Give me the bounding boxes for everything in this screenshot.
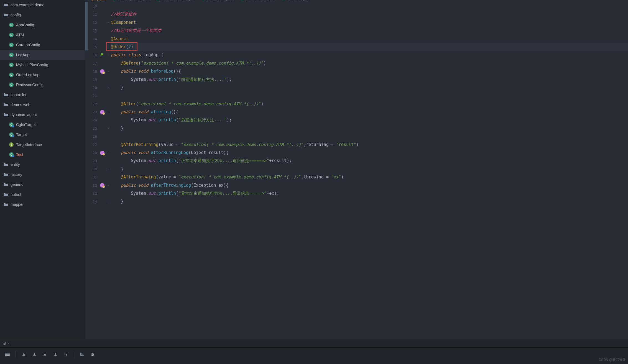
tool-window-tabs[interactable]: st×	[0, 339, 628, 347]
class-icon: C	[9, 32, 14, 37]
aop-gutter-icon[interactable]	[99, 181, 106, 189]
class-icon: C	[9, 122, 14, 127]
tree-item-hutool[interactable]: hutool	[0, 189, 85, 199]
tree-item-label: OrderLogAop	[16, 73, 39, 77]
code-line-33[interactable]: System.out.println("异常结束通知执行方法....异常信息==…	[111, 189, 628, 198]
tree-item-factory[interactable]: factory	[0, 170, 85, 180]
aop-gutter-icon[interactable]	[99, 149, 106, 157]
tree-root-label: com.example.demo	[11, 3, 44, 7]
download-icon[interactable]	[42, 352, 47, 357]
code-line-10[interactable]	[111, 2, 628, 10]
tree-item-mybatisplusconfig[interactable]: CMybatisPlusConfig	[0, 60, 85, 70]
fold-toggle[interactable]: −	[106, 198, 111, 206]
indent-left-icon[interactable]	[21, 352, 26, 357]
code-line-28[interactable]: public void afterRunningLog(Object resul…	[111, 149, 628, 157]
tree-item-label: controller	[11, 93, 27, 97]
code-line-11[interactable]: //标记是组件	[111, 10, 628, 18]
fold-toggle[interactable]: −	[106, 51, 111, 59]
tree-item-test[interactable]: CTest	[0, 150, 85, 160]
code-line-26[interactable]	[111, 132, 628, 140]
tree-item-entity[interactable]: entity	[0, 160, 85, 170]
code-line-29[interactable]: System.out.println("正常结束通知执行方法....返回值是==…	[111, 157, 628, 165]
menu-icon[interactable]	[5, 352, 10, 357]
class-icon: C	[9, 132, 14, 137]
svg-rect-3	[81, 353, 84, 356]
code-line-13[interactable]: //标记当前类是一个切面类	[111, 27, 628, 35]
tree-item-demos-web[interactable]: demos.web	[0, 100, 85, 110]
tree-item-redissonconfig[interactable]: CRedissonConfig	[0, 80, 85, 90]
code-line-16[interactable]: public class LogAop {	[111, 51, 628, 59]
svg-point-5	[93, 354, 94, 355]
code-line-22[interactable]: @After("execution( * com.example.demo.co…	[111, 100, 628, 108]
aop-gutter-icon[interactable]	[99, 108, 106, 116]
fold-toggle[interactable]: −	[106, 165, 111, 173]
code-line-18[interactable]: public void beforeLog(){	[111, 67, 628, 75]
folder-icon	[3, 162, 8, 167]
code-line-19[interactable]: System.out.println("前置通知执行方法....");	[111, 76, 628, 84]
code-line-23[interactable]: public void afterLog(){	[111, 108, 628, 116]
code-line-17[interactable]: @Before("execution( * com.example.demo.c…	[111, 59, 628, 67]
code-line-12[interactable]: @Component	[111, 19, 628, 27]
project-tree[interactable]: com.example.demo configCAppConfigCATMCCu…	[0, 0, 85, 339]
class-icon: C	[9, 42, 14, 47]
code-line-34[interactable]: }	[111, 198, 628, 206]
spring-bean-icon[interactable]	[99, 51, 106, 59]
tree-item-config[interactable]: config	[0, 10, 85, 20]
tree-item-generic[interactable]: generic	[0, 180, 85, 189]
tool-tab-st[interactable]: st×	[1, 340, 12, 347]
download-icon[interactable]	[32, 352, 37, 357]
code-line-27[interactable]: @AfterReturning(value = "execution( * co…	[111, 141, 628, 149]
tree-item-label: CuratorConfig	[16, 43, 40, 47]
tree-root[interactable]: com.example.demo	[0, 0, 85, 10]
tree-item-target[interactable]: CTarget	[0, 130, 85, 140]
tree-item-mapper[interactable]: mapper	[0, 199, 85, 209]
code-line-14[interactable]: @Aspect	[111, 35, 628, 43]
tree-item-label: factory	[11, 172, 22, 177]
tree-item-label: entity	[11, 162, 20, 167]
arrow-down-right-icon[interactable]	[63, 352, 68, 357]
class-icon: C	[9, 62, 14, 67]
tree-item-label: demos.web	[11, 102, 30, 107]
folder-icon	[3, 172, 8, 177]
tree-item-cglibtarget[interactable]: CCglibTarget	[0, 120, 85, 130]
tree-item-appconfig[interactable]: CAppConfig	[0, 20, 85, 30]
code-area[interactable]: //标记是组件@Component//标记当前类是一个切面类@Aspect@Or…	[111, 2, 628, 339]
fold-toggle[interactable]: −	[106, 124, 111, 132]
fold-toggle[interactable]: −	[106, 84, 111, 92]
tree-item-orderlogaop[interactable]: COrderLogAop	[0, 70, 85, 80]
upload-icon[interactable]	[53, 352, 58, 357]
code-line-30[interactable]: }	[111, 165, 628, 173]
fold-toggle[interactable]: −	[106, 67, 111, 75]
code-line-20[interactable]: }	[111, 84, 628, 92]
svg-rect-1	[5, 354, 10, 355]
fold-toggle[interactable]: −	[106, 19, 111, 27]
settings-list-icon[interactable]	[90, 352, 95, 357]
close-icon[interactable]: ×	[7, 341, 9, 345]
code-line-32[interactable]: public void afterThrowingLog(Exception e…	[111, 181, 628, 189]
tree-item-label: generic	[11, 182, 23, 187]
table-icon[interactable]	[80, 352, 85, 357]
svg-rect-0	[5, 353, 10, 353]
tree-item-dynamic_agent[interactable]: dynamic_agent	[0, 110, 85, 120]
tree-item-targetinterface[interactable]: ITargetInterface	[0, 140, 85, 150]
tree-item-controller[interactable]: controller	[0, 90, 85, 100]
tree-item-logaop[interactable]: CLogAop	[0, 50, 85, 60]
folder-icon	[3, 92, 8, 97]
tree-item-atm[interactable]: CATM	[0, 30, 85, 40]
tree-item-label: dynamic_agent	[11, 112, 37, 117]
fold-toggle[interactable]: −	[106, 149, 111, 157]
tree-item-label: AppConfig	[16, 23, 34, 27]
code-line-25[interactable]: }	[111, 124, 628, 132]
aop-gutter-icon[interactable]	[99, 67, 106, 75]
fold-toggle[interactable]: −	[106, 181, 111, 189]
tree-item-label: TargetInterface	[16, 142, 42, 147]
code-line-31[interactable]: @AfterThrowing(value = "execution( * com…	[111, 173, 628, 181]
bottom-toolbar[interactable]	[0, 347, 628, 361]
tree-item-label: CglibTarget	[16, 122, 36, 127]
code-line-21[interactable]	[111, 92, 628, 100]
code-line-15[interactable]: @Order(2)	[111, 43, 628, 51]
tree-item-curatorconfig[interactable]: CCuratorConfig	[0, 40, 85, 50]
watermark-label: CSDN @暗武逢天	[599, 358, 626, 362]
fold-toggle[interactable]: −	[106, 108, 111, 116]
code-line-24[interactable]: System.out.println("后置通知执行方法....");	[111, 116, 628, 124]
